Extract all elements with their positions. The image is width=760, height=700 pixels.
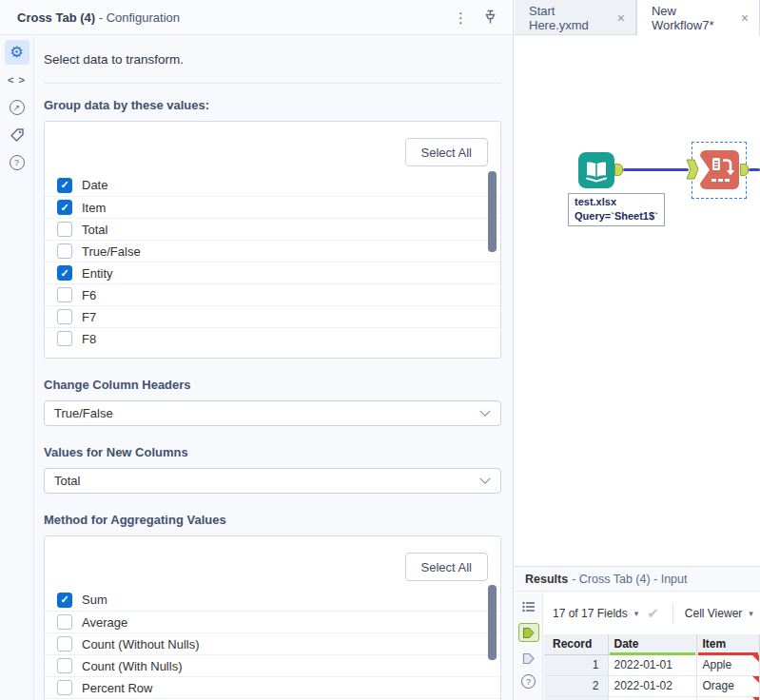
checkbox-unchecked[interactable] — [57, 658, 72, 673]
data-quality-flag-icon — [752, 697, 759, 700]
results-content: 17 of 17 Fields ▾ ✔ Cell Viewer ▾ Record… — [544, 593, 760, 700]
intro-text: Select data to transform. — [44, 52, 501, 67]
checkbox-unchecked[interactable] — [57, 309, 72, 324]
checkbox-checked[interactable]: ✓ — [57, 593, 72, 608]
caret-down-icon[interactable]: ▾ — [749, 609, 753, 618]
checkbox-row-f7[interactable]: F7 — [45, 305, 500, 327]
configuration-content: Select data to transform. Group data by … — [35, 36, 513, 700]
group-select-all-button[interactable]: Select All — [405, 138, 488, 166]
crosstab-tool[interactable] — [700, 150, 739, 192]
aggregation-listbox: Select All ✓ Sum Average Count (Without … — [44, 535, 501, 700]
checkbox-row-f6[interactable]: F6 — [45, 283, 500, 305]
alteryx-designer-window: Cross Tab (4) - Configuration ⋮ ⚙ < > ↗ — [0, 0, 760, 700]
output-anchor-icon — [522, 652, 535, 665]
output-anchor-button[interactable] — [518, 649, 539, 668]
checkbox-row-truefalse[interactable]: True/False — [45, 240, 500, 262]
tab-open-example[interactable]: ↗ — [5, 95, 29, 120]
results-header: Results - Cross Tab (4) - Input — [515, 567, 760, 592]
checkbox-row-count-with-nulls[interactable]: Count (With Nulls) — [45, 654, 500, 676]
column-header-item[interactable]: Item — [696, 634, 760, 654]
checkbox-unchecked[interactable] — [57, 331, 72, 346]
apply-check-icon[interactable]: ✔ — [647, 605, 659, 622]
checkbox-row-item[interactable]: ✓ Item — [45, 196, 500, 218]
checkbox-unchecked[interactable] — [57, 680, 72, 695]
pin-icon[interactable] — [483, 10, 497, 25]
tag-icon — [10, 127, 25, 143]
configuration-header: Cross Tab (4) - Configuration ⋮ — [0, 0, 513, 35]
checkbox-checked[interactable]: ✓ — [57, 200, 72, 215]
gear-icon: ⚙ — [10, 45, 23, 60]
selected-value: Total — [54, 474, 80, 488]
results-table: Record Date Item 1 2022-01-01 Apple 2 20… — [544, 634, 760, 700]
metadata-toggle-button[interactable] — [518, 597, 539, 616]
close-icon[interactable]: × — [741, 11, 749, 25]
checkbox-row-average[interactable]: Average — [45, 611, 500, 632]
connection-wire[interactable] — [749, 168, 760, 171]
results-toolbar: 17 of 17 Fields ▾ ✔ Cell Viewer ▾ — [544, 593, 760, 634]
tab-configuration[interactable]: ⚙ — [5, 40, 29, 65]
cell-viewer-dropdown[interactable]: Cell Viewer — [685, 607, 742, 620]
checkbox-checked[interactable]: ✓ — [57, 265, 72, 281]
chevron-down-icon — [479, 405, 490, 416]
tab-start-here[interactable]: Start Here.yxmd × — [515, 0, 636, 35]
table-row[interactable]: 3 2022-01-03 Orage — [544, 696, 760, 700]
checkbox-row-sum[interactable]: ✓ Sum — [45, 589, 500, 611]
input-anchor-icon — [522, 627, 535, 639]
checkbox-row-f8[interactable]: F8 — [45, 327, 500, 349]
results-help-icon[interactable]: ? — [521, 674, 536, 689]
tab-new-workflow7[interactable]: New Workflow7* × — [636, 0, 760, 36]
checkbox-unchecked[interactable] — [57, 636, 72, 651]
open-link-icon: ↗ — [10, 100, 25, 115]
checkbox-unchecked[interactable] — [57, 222, 72, 237]
selected-value: True/False — [54, 406, 113, 420]
close-icon[interactable]: × — [617, 11, 625, 25]
change-column-headers-select[interactable]: True/False — [44, 400, 501, 426]
fields-dropdown[interactable]: 17 of 17 Fields — [553, 607, 628, 620]
checkbox-row-date[interactable]: ✓ Date — [45, 174, 500, 196]
input-anchor-button[interactable] — [518, 623, 539, 642]
column-header-date[interactable]: Date — [608, 634, 696, 654]
input-output-anchor[interactable] — [614, 164, 623, 176]
table-row[interactable]: 2 2022-01-02 Orage — [544, 675, 760, 696]
results-panel: Results - Cross Tab (4) - Input — [515, 566, 760, 700]
results-anchor-strip: ? — [515, 593, 543, 700]
checkbox-row-total[interactable]: Total — [45, 218, 500, 240]
data-quality-flag-icon — [752, 655, 759, 662]
listbox-scrollbar[interactable] — [488, 585, 497, 660]
checkbox-unchecked[interactable] — [57, 614, 72, 630]
annotation-line1: test.xlsx — [575, 195, 658, 209]
values-new-columns-label: Values for New Columns — [44, 445, 501, 459]
checkbox-unchecked[interactable] — [57, 243, 72, 259]
tab-help[interactable]: ? — [5, 150, 29, 175]
values-new-columns-select[interactable]: Total — [44, 468, 501, 494]
caret-down-icon[interactable]: ▾ — [634, 609, 639, 618]
column-header-record[interactable]: Record — [544, 634, 608, 654]
workflow-canvas[interactable]: test.xlsx Query=`Sheet1$` — [515, 36, 760, 566]
chevron-down-icon — [479, 473, 490, 483]
listbox-scrollbar[interactable] — [488, 171, 497, 252]
aggregation-select-all-button[interactable]: Select All — [405, 553, 488, 581]
results-subtitle: - Cross Tab (4) - Input — [572, 573, 687, 586]
more-options-icon[interactable]: ⋮ — [448, 9, 474, 27]
data-quality-flag-icon — [752, 676, 759, 683]
tab-annotation-code[interactable]: < > — [5, 68, 29, 92]
checkbox-row-entity[interactable]: ✓ Entity — [45, 262, 500, 283]
divider — [44, 83, 501, 84]
tool-name: Cross Tab (4) — [17, 10, 95, 25]
input-data-tool[interactable] — [578, 152, 614, 191]
list-icon — [522, 601, 536, 612]
input-data-icon — [578, 152, 614, 188]
checkbox-unchecked[interactable] — [57, 287, 72, 302]
crosstab-input-anchor[interactable] — [686, 159, 699, 180]
connection-wire[interactable] — [623, 168, 689, 171]
crosstab-output-anchor[interactable] — [740, 164, 749, 176]
table-row[interactable]: 1 2022-01-01 Apple — [544, 654, 760, 675]
checkbox-checked[interactable]: ✓ — [57, 178, 72, 193]
code-icon: < > — [8, 74, 26, 86]
configuration-sidebar: ⚙ < > ↗ ? — [0, 36, 34, 700]
tool-annotation[interactable]: test.xlsx Query=`Sheet1$` — [568, 193, 665, 226]
checkbox-row-count-without-nulls[interactable]: Count (Without Nulls) — [45, 632, 500, 654]
checkbox-row-percent-row[interactable]: Percent Row — [45, 676, 500, 698]
tab-annotation[interactable] — [5, 123, 29, 147]
toolbar-separator — [672, 603, 673, 624]
